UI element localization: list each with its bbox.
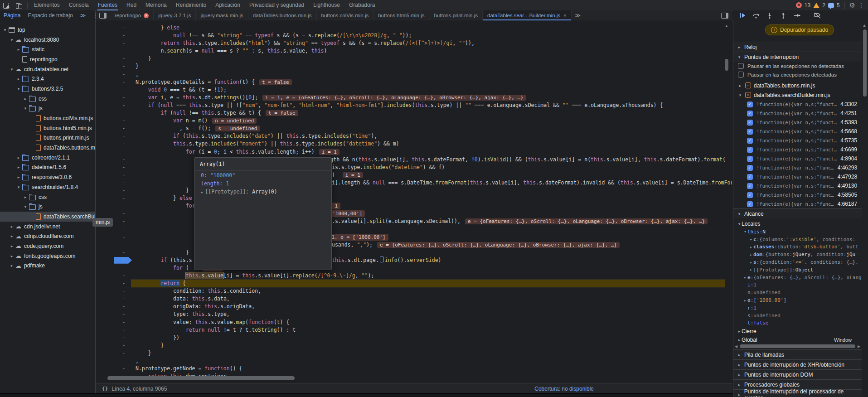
main-tab-elementos[interactable]: Elementos xyxy=(29,0,64,10)
breakpoint-checkbox[interactable] xyxy=(747,129,753,135)
tree-item-buttons.html5.min.js[interactable]: buttons.html5.min.js xyxy=(0,123,95,133)
section-puntos-de-interrupci-n-dom[interactable]: ▸Puntos de interrupción DOM xyxy=(733,369,862,379)
tree-item-reportingpo[interactable]: reportingpo xyxy=(0,54,95,64)
inspect-element-icon[interactable] xyxy=(3,2,10,9)
toggle-debugger-panel-icon[interactable] xyxy=(721,13,728,19)
section-pila-de-llamadas[interactable]: ▸Pila de llamadas xyxy=(733,349,862,359)
tree-item-buttons.colVis.min.js[interactable]: buttons.colVis.min.js xyxy=(0,113,95,123)
tree-item-js[interactable]: ▾js xyxy=(0,104,95,114)
section-puntos-de-interrupci-n-de-xhr-obtenci-n[interactable]: ▸Puntos de interrupción de XHR/obtención xyxy=(733,359,862,369)
tree-item-responsive/3.0.6[interactable]: ▸responsive/3.0.6 xyxy=(0,172,95,182)
file-tab[interactable]: reportingpo✕ xyxy=(110,10,154,20)
scope-row-r[interactable]: r: 1 xyxy=(733,304,862,312)
section-watch[interactable]: ▸Reloj xyxy=(733,42,862,52)
breakpoint-checkbox[interactable] xyxy=(747,111,753,116)
scope-row-t[interactable]: t: false xyxy=(733,320,862,327)
breakpoint-checkbox[interactable] xyxy=(747,174,753,180)
tree-item-localhost:8080[interactable]: ▾☁localhost:8080 xyxy=(0,35,95,45)
section-breakpoints[interactable]: ▾Puntos de interrupción xyxy=(733,52,862,62)
more-tabs-chevron[interactable]: ≫ xyxy=(77,12,90,19)
breakpoint-row[interactable]: !function(e){var n,s;"func…4:49130 xyxy=(733,181,862,190)
breakpoint-row[interactable]: !function(e){var n,s;"funct…4:8904 xyxy=(733,154,862,163)
breakpoint-checkbox[interactable] xyxy=(747,156,753,162)
error-icon[interactable]: ✕ xyxy=(796,2,802,8)
checkbox-icon[interactable] xyxy=(738,63,744,69)
scope-row-this[interactable]: ▾this: N xyxy=(733,228,862,236)
breakpoint-flag-icon[interactable]: - xyxy=(114,257,132,264)
tree-item-fonts.googleapis.com[interactable]: ▸☁fonts.googleapis.com xyxy=(0,251,95,261)
tree-item-searchbuilder/1.8.4[interactable]: ▾searchbuilder/1.8.4 xyxy=(0,182,95,192)
file-tab[interactable]: jquery-3.7.1.js xyxy=(154,10,196,20)
tree-item-buttons.print.min.js[interactable]: buttons.print.min.js xyxy=(0,133,95,143)
more-options-icon[interactable]: ⋮ xyxy=(858,2,864,9)
breakpoint-row[interactable]: !function(e){var n,s;"funct…4:5393 xyxy=(733,118,862,127)
toggle-navigator-icon[interactable] xyxy=(99,13,107,19)
warning-icon[interactable] xyxy=(813,3,820,8)
warning-count[interactable]: 2 xyxy=(822,2,825,9)
breakpoint-checkbox[interactable] xyxy=(747,120,753,126)
breakpoint-row[interactable]: !function(e){var n,s;"funct…4:6699 xyxy=(733,145,862,154)
settings-gear-icon[interactable]: ⚙ xyxy=(849,2,855,9)
breakpoint-row[interactable]: !function(e){var n,s;"func…4:66187 xyxy=(733,199,862,208)
tree-item-2.3.4[interactable]: ▸2.3.4 xyxy=(0,74,95,84)
tree-item-dataTables.buttons.min.js[interactable]: dataTables.buttons.min.js xyxy=(0,143,95,153)
main-tab-consola[interactable]: Consola xyxy=(64,0,93,10)
tree-item-dataTables.searchBuilder.min.js[interactable]: dataTables.searchBuilder.min.js xyxy=(0,212,95,222)
scope-row-i[interactable]: i: 1 xyxy=(733,281,862,289)
tree-item-css[interactable]: ▸css xyxy=(0,94,95,104)
scope-row-[[Prototype]][interactable]: ▸[[Prototype]]: Object xyxy=(733,266,862,274)
scope-row-dom[interactable]: ▸dom: {buttons: jQuery, condition: jQu xyxy=(733,251,862,258)
issues-icon[interactable] xyxy=(828,3,834,8)
breakpoint-checkbox[interactable] xyxy=(747,147,753,153)
tab-pagina[interactable]: Página xyxy=(0,12,24,19)
deactivate-breakpoints-icon[interactable] xyxy=(814,12,821,19)
editor-vertical-scrollbar[interactable] xyxy=(725,59,728,71)
breakpoint-row[interactable]: !function(e){var n,s;"func…4:47928 xyxy=(733,172,862,181)
breakpoint-row[interactable]: !function(e){var n,s;"funct…4:3302 xyxy=(733,100,862,109)
scope-row-o[interactable]: ▸o: ['1000,00'] xyxy=(733,296,862,304)
breakpoint-checkbox[interactable] xyxy=(747,138,753,144)
file-tab[interactable]: jquery.mask.min.js xyxy=(196,10,248,20)
pretty-print-icon[interactable]: {} xyxy=(102,386,108,392)
scope-row-Locales[interactable]: ▾Locales xyxy=(733,219,862,228)
scope-horizontal-scrollbar[interactable]: ◀▶ xyxy=(733,344,862,349)
tree-item-cdnjs.cloudflare.com[interactable]: ▸☁cdnjs.cloudflare.com xyxy=(0,231,95,241)
section-scope[interactable]: ▾Alcance xyxy=(733,208,862,218)
scope-row-Global[interactable]: ▸GlobalWindow xyxy=(733,335,862,344)
breakpoint-row[interactable]: !function(e){var n,s;"funct…4:4251 xyxy=(733,109,862,118)
file-tree[interactable]: ▾top▾☁localhost:8080▸staticreportingpo▾☁… xyxy=(0,20,96,397)
tree-item-colreorder/2.1.1[interactable]: ▸colreorder/2.1.1 xyxy=(0,153,95,163)
error-count[interactable]: 13 xyxy=(805,2,810,9)
issues-count[interactable]: 5 xyxy=(837,2,840,9)
main-tab-memoria[interactable]: Memoria xyxy=(141,0,171,10)
pause-caught-exceptions[interactable]: Pausar en las excepciones detectadas xyxy=(733,70,862,79)
tree-item-cdn.jsdelivr.net[interactable]: ▸☁cdn.jsdelivr.net xyxy=(0,222,95,232)
main-tab-rendimiento[interactable]: Rendimiento xyxy=(171,0,211,10)
panel-scrollbar-up-icon[interactable]: ▲ xyxy=(862,23,867,29)
breakpoint-checkbox[interactable] xyxy=(747,165,753,171)
breakpoint-checkbox[interactable] xyxy=(747,201,753,207)
step-over-icon[interactable] xyxy=(752,12,760,19)
coverage-link[interactable]: Cobertura: no disponible xyxy=(534,386,594,392)
breakpoint-row[interactable]: !function(e){var n,s;"func…4:58505 xyxy=(733,190,862,199)
scope-row-c[interactable]: ▸c: {columns: ':visible', conditions: xyxy=(733,236,862,243)
editor-scrollbar-up-icon[interactable]: ▲ xyxy=(724,23,729,29)
tree-item-static[interactable]: ▸static xyxy=(0,44,95,54)
tree-item-datetime/1.5.6[interactable]: ▸datetime/1.5.6 xyxy=(0,163,95,173)
scope-row-e[interactable]: ▸e: {oFeatures: {…}, oScroll: {…}, oLang xyxy=(733,274,862,281)
main-tab-red[interactable]: Red xyxy=(122,0,141,10)
tree-item-js[interactable]: ▾js xyxy=(0,202,95,212)
breakpoint-row[interactable]: !function(e){var n,s;"funct…4:5668 xyxy=(733,127,862,136)
scope-row-n[interactable]: n: undefined xyxy=(733,289,862,296)
breakpoint-row[interactable]: !function(e){var n,s;"funct…4:5735 xyxy=(733,136,862,145)
tab-overflow-chevron[interactable]: ≫ xyxy=(572,12,585,19)
file-tab[interactable]: dataTables.sear…Builder.min.js× xyxy=(483,10,572,20)
file-tab[interactable]: dataTables.buttons.min.js xyxy=(248,10,317,20)
tree-item-css[interactable]: ▸css xyxy=(0,192,95,202)
scope-row-classes[interactable]: ▸classes: {button: 'dtsb-button', butt xyxy=(733,243,862,251)
section-puntos-de-interrupci-n-del-procesador-de-eventos[interactable]: ▸Puntos de interrupción del procesador d… xyxy=(733,389,862,397)
scope-row-Cierre[interactable]: ▸Cierre xyxy=(733,327,862,335)
main-tab-lighthouse[interactable]: Lighthouse xyxy=(309,0,344,10)
device-toolbar-icon[interactable] xyxy=(15,2,23,9)
tab-espacio-de-trabajo[interactable]: Espacio de trabajo xyxy=(24,12,76,19)
